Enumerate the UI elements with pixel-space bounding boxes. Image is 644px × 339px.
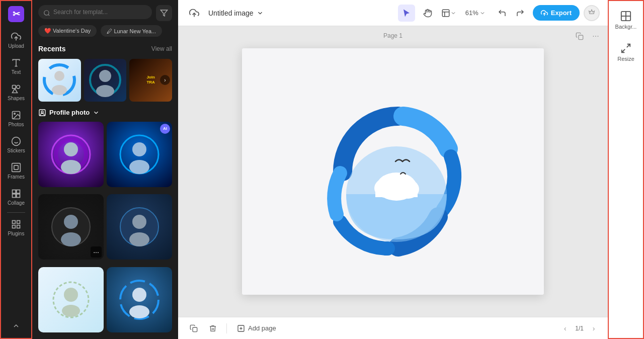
recent-item-2[interactable] (84, 59, 127, 102)
more-btn-3[interactable]: ··· (91, 246, 102, 258)
svg-rect-58 (579, 35, 583, 40)
search-input[interactable] (38, 5, 152, 19)
profile-item-6[interactable] (107, 267, 172, 332)
zoom-value: 61% (465, 9, 478, 17)
recent-item-1[interactable] (38, 59, 81, 102)
upload-to-cloud-btn[interactable] (186, 5, 202, 21)
bottom-divider (226, 323, 227, 333)
svg-point-30 (99, 70, 111, 82)
search-wrapper (38, 5, 152, 21)
next-page-btn[interactable]: › (588, 322, 600, 334)
page-copy-btn[interactable] (574, 30, 586, 42)
svg-line-70 (627, 44, 630, 47)
hand-icon (423, 9, 432, 18)
redo-btn[interactable] (512, 5, 529, 22)
profile-section-header[interactable]: Profile photo (32, 105, 178, 120)
svg-point-28 (52, 85, 67, 95)
svg-rect-64 (375, 188, 418, 197)
svg-point-37 (61, 160, 81, 174)
canvas-illustration (242, 48, 544, 295)
sidebar-item-stickers[interactable]: Stickers (2, 132, 30, 158)
svg-rect-22 (13, 225, 16, 228)
copy-bottom-icon (190, 324, 198, 332)
layout-tool-btn[interactable] (440, 5, 457, 22)
profile-section-icon (38, 109, 46, 117)
prev-page-btn[interactable]: ‹ (559, 322, 571, 334)
svg-rect-17 (13, 194, 16, 198)
svg-point-39 (132, 142, 146, 156)
sidebar-frames-label: Frames (8, 174, 25, 180)
svg-rect-14 (14, 165, 18, 170)
delete-page-btn[interactable] (205, 321, 220, 336)
page-counter: 1/1 (575, 325, 584, 332)
view-all-btn[interactable]: View all (151, 45, 172, 52)
svg-point-23 (44, 11, 49, 15)
panel-search-area (32, 0, 178, 25)
shapes-icon (11, 84, 21, 94)
collage-icon (11, 189, 21, 199)
crown-btn[interactable] (584, 5, 600, 21)
doc-title-text: Untitled image (208, 9, 254, 17)
sidebar-item-upload[interactable]: Upload (2, 27, 30, 53)
hand-tool-btn[interactable] (419, 5, 436, 22)
doc-title-chevron (257, 10, 264, 17)
zoom-control[interactable]: 61% (461, 7, 490, 19)
doc-title-area[interactable]: Untitled image (208, 9, 264, 17)
top-bar: Untitled image (178, 0, 608, 26)
svg-point-43 (61, 232, 81, 246)
redo-icon (516, 9, 525, 18)
export-icon (541, 10, 548, 17)
resize-panel-item[interactable]: Resize (610, 37, 642, 67)
undo-btn[interactable] (494, 5, 511, 22)
background-panel-item[interactable]: Backgr... (610, 5, 642, 35)
svg-point-42 (64, 215, 78, 229)
sidebar-item-text[interactable]: Text (2, 53, 30, 79)
crown-icon (588, 9, 596, 17)
recent-item-3-arrow[interactable]: › (160, 75, 170, 85)
sidebar-item-plugins[interactable]: Plugins (2, 215, 30, 241)
svg-point-51 (132, 288, 146, 302)
tag-lunar-label: 🖊 Lunar New Yea... (107, 28, 156, 34)
recent-item-1-inner (38, 59, 81, 102)
recent-item-3[interactable]: JoInTRA › (129, 59, 172, 102)
svg-rect-20 (17, 221, 20, 224)
resize-icon (620, 43, 631, 54)
sidebar-plugins-label: Plugins (8, 231, 25, 236)
svg-rect-16 (17, 190, 20, 194)
sidebar-item-shapes[interactable]: Shapes (2, 79, 30, 106)
profile-section-title: Profile photo (49, 109, 90, 116)
page-nav: ‹ 1/1 › (559, 322, 600, 334)
svg-line-71 (622, 49, 625, 52)
search-filter-btn[interactable] (156, 5, 172, 21)
select-tool-btn[interactable] (398, 5, 415, 22)
profile-item-4-img (107, 194, 172, 260)
sidebar-item-frames[interactable]: Frames (2, 158, 30, 184)
svg-rect-18 (17, 194, 20, 198)
undo-redo-group (494, 5, 529, 22)
profile-item-5[interactable] (38, 267, 104, 332)
app-logo[interactable]: ✂ (7, 5, 25, 23)
tag-lunar[interactable]: 🖊 Lunar New Yea... (101, 25, 162, 37)
page-copy-bottom-btn[interactable] (186, 321, 201, 336)
page-more-btn[interactable]: ··· (590, 30, 602, 42)
profile-item-1[interactable] (38, 122, 104, 187)
sidebar-item-photos[interactable]: Photos (2, 106, 30, 132)
toolbar-center: 61% (398, 5, 600, 22)
profile-item-2[interactable]: AI (107, 122, 172, 187)
sidebar-item-collage[interactable]: Collage (2, 184, 30, 210)
profile-item-4[interactable] (107, 194, 172, 260)
right-panel: Backgr... Resize (608, 0, 644, 339)
svg-rect-21 (17, 225, 20, 228)
upload-icon (11, 32, 21, 42)
sidebar-bottom (2, 318, 30, 334)
tag-valentines[interactable]: ❤️ Valentine's Day (38, 25, 97, 37)
sidebar-collapse-btn[interactable] (2, 318, 30, 334)
text-icon (11, 58, 21, 68)
profile-item-3[interactable]: ··· (38, 194, 104, 260)
background-icon (620, 11, 631, 22)
add-page-btn[interactable]: Add page (233, 322, 280, 334)
export-btn[interactable]: Export (533, 5, 580, 21)
profile-item-6-img (107, 267, 172, 332)
tag-valentines-label: ❤️ Valentine's Day (44, 28, 91, 34)
copy-icon (576, 32, 584, 40)
